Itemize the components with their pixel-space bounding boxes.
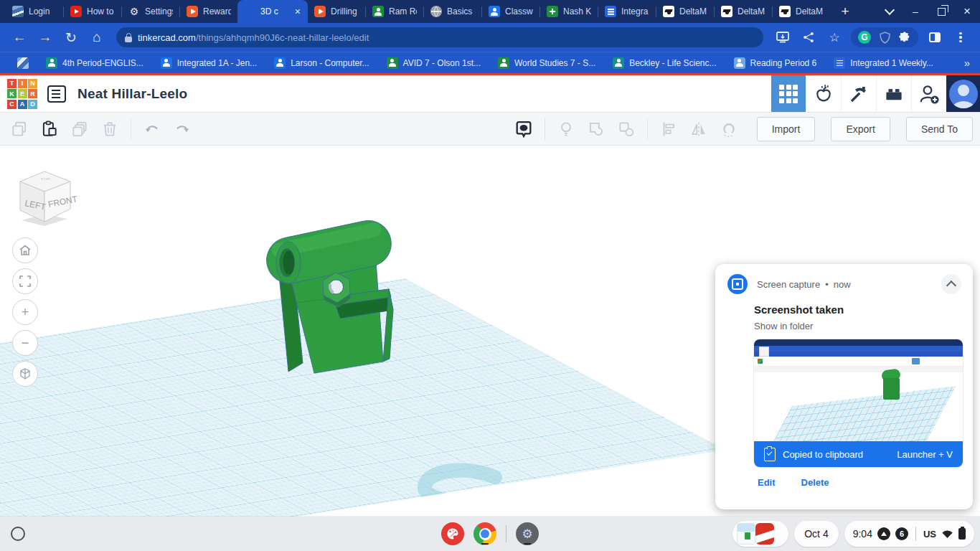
- duplicate-button[interactable]: [67, 117, 92, 141]
- bookmark-item[interactable]: Beckley - Life Scienc...: [606, 55, 723, 71]
- tab-integrated[interactable]: Integra: [598, 0, 656, 23]
- zoom-out-button[interactable]: −: [12, 330, 38, 356]
- status-tray[interactable]: 9:04 6 US: [844, 521, 974, 547]
- view-cube[interactable]: TOP LEFT FRONT: [11, 164, 80, 233]
- kebab-menu-icon: [959, 32, 961, 43]
- shapes-panel-button[interactable]: [771, 75, 806, 112]
- launcher-button[interactable]: [11, 527, 25, 541]
- tab-ram-ro[interactable]: Ram Ro: [366, 0, 423, 23]
- sim-lab-button[interactable]: [806, 75, 841, 112]
- reload-button[interactable]: ↻: [59, 25, 83, 50]
- export-button[interactable]: Export: [831, 117, 890, 141]
- tab-3d-design-active[interactable]: 3D c ×: [237, 0, 308, 23]
- redo-button[interactable]: [170, 117, 194, 141]
- home-button[interactable]: ⌂: [85, 25, 109, 50]
- ungroup-button[interactable]: [614, 117, 639, 141]
- extensions-puzzle-icon[interactable]: [899, 32, 911, 44]
- tab-basics[interactable]: Basics: [424, 0, 481, 23]
- undo-button[interactable]: [140, 117, 164, 141]
- notification-card[interactable]: Screen capture • now Screenshot taken Sh…: [715, 264, 973, 509]
- fit-view-button[interactable]: [12, 268, 38, 294]
- tab-classwork[interactable]: Classw: [482, 0, 540, 23]
- tab-drilling[interactable]: Drilling: [308, 0, 365, 23]
- copy-icon: [10, 120, 29, 138]
- share-button[interactable]: [796, 25, 821, 50]
- apps-icon: [17, 57, 29, 69]
- capture-icon: [732, 278, 743, 290]
- collaborate-button[interactable]: [911, 75, 946, 112]
- close-window-button[interactable]: ×: [954, 0, 980, 23]
- tab-deltamath-3[interactable]: DeltaM: [773, 0, 830, 23]
- new-tab-button[interactable]: +: [834, 1, 856, 22]
- zoom-in-button[interactable]: +: [12, 299, 38, 325]
- perspective-toggle-button[interactable]: [12, 361, 38, 387]
- trash-icon: [100, 120, 119, 138]
- restore-button[interactable]: [928, 0, 954, 23]
- viewcube-top-label[interactable]: TOP: [40, 178, 51, 181]
- bookmark-item[interactable]: Integrated 1 Weekly...: [826, 55, 941, 71]
- bookmark-star-button[interactable]: ☆: [822, 25, 847, 50]
- classroom-icon: [734, 57, 745, 69]
- screenshot-preview-pill[interactable]: [732, 521, 788, 547]
- account-button[interactable]: [946, 75, 980, 112]
- bookmark-item[interactable]: Integrated 1A - Jen...: [154, 55, 264, 71]
- bookmark-item[interactable]: World Studies 7 - S...: [491, 55, 603, 71]
- tab-how-to[interactable]: How to: [64, 0, 121, 23]
- model-green-bracket[interactable]: [248, 215, 400, 384]
- tab-deltamath-1[interactable]: DeltaM: [656, 0, 714, 23]
- copy-button[interactable]: [7, 117, 32, 141]
- edit-button[interactable]: Edit: [758, 477, 776, 488]
- shield-icon[interactable]: [880, 32, 890, 44]
- group-button[interactable]: [584, 117, 608, 141]
- bookmarks-overflow-button[interactable]: »: [964, 57, 970, 69]
- bookmark-item[interactable]: Larson - Computer...: [267, 55, 376, 71]
- forward-button[interactable]: →: [33, 25, 57, 50]
- bookmark-item[interactable]: 4th Period-ENGLIS...: [39, 55, 151, 71]
- tinkercad-logo[interactable]: TINKERCAD: [7, 79, 37, 109]
- back-button[interactable]: ←: [7, 25, 32, 50]
- minimize-button[interactable]: –: [903, 0, 928, 23]
- address-bar[interactable]: tinkercad.com/things/ahhqmh90J6c-neat-hi…: [116, 27, 763, 47]
- tinkercad-favicon: [244, 6, 255, 17]
- tab-nash-k[interactable]: Nash K: [540, 0, 598, 23]
- align-button[interactable]: [656, 117, 681, 141]
- delete-button[interactable]: [98, 117, 122, 141]
- bookmark-item[interactable]: Reading Period 6: [727, 55, 824, 71]
- lego-export-button[interactable]: [876, 75, 911, 112]
- tab-deltamath-2[interactable]: DeltaM: [715, 0, 772, 23]
- screenshot-preview[interactable]: Copied to clipboard Launcher + V: [754, 339, 963, 467]
- settings-app-icon[interactable]: ⚙: [516, 522, 539, 545]
- apps-shortcut[interactable]: [10, 55, 36, 71]
- deltamath-favicon: [721, 6, 732, 17]
- send-to-button[interactable]: Send To: [906, 117, 973, 141]
- calendar-pill[interactable]: Oct 4: [794, 521, 838, 547]
- show-all-button[interactable]: [554, 117, 578, 141]
- close-tab-icon[interactable]: ×: [294, 6, 301, 17]
- tab-rewards[interactable]: Rewards: [180, 0, 237, 23]
- browser-menu-button[interactable]: [948, 25, 973, 50]
- grammarly-icon[interactable]: G: [858, 31, 871, 44]
- tab-settings[interactable]: ⚙ Settings: [122, 0, 179, 23]
- chrome-app-icon[interactable]: [473, 522, 496, 545]
- mirror-button[interactable]: [687, 117, 711, 141]
- paste-button[interactable]: [37, 117, 62, 141]
- collapse-notification-button[interactable]: [941, 274, 961, 294]
- shape-inspector-button[interactable]: [512, 117, 536, 141]
- bookmark-item[interactable]: AVID 7 - Olson 1st...: [380, 55, 488, 71]
- tab-login[interactable]: Login: [6, 0, 63, 23]
- delete-button[interactable]: Delete: [801, 477, 829, 488]
- side-panel-button[interactable]: [923, 25, 947, 50]
- share-icon: [803, 32, 814, 43]
- ruler-snap-button[interactable]: [717, 117, 741, 141]
- design-title[interactable]: Neat Hillar-Leelo: [77, 86, 187, 102]
- design-menu-icon[interactable]: [47, 85, 66, 103]
- tab-search-button[interactable]: [877, 0, 903, 23]
- school-favicon: [12, 6, 24, 17]
- canvas-app-icon[interactable]: [441, 522, 464, 545]
- minecraft-export-button[interactable]: [841, 75, 876, 112]
- notification-subtitle[interactable]: Show in folder: [754, 321, 961, 331]
- pickaxe-icon: [848, 83, 870, 105]
- import-button[interactable]: Import: [757, 117, 816, 141]
- install-app-button[interactable]: [771, 25, 795, 50]
- home-view-button[interactable]: [12, 237, 38, 263]
